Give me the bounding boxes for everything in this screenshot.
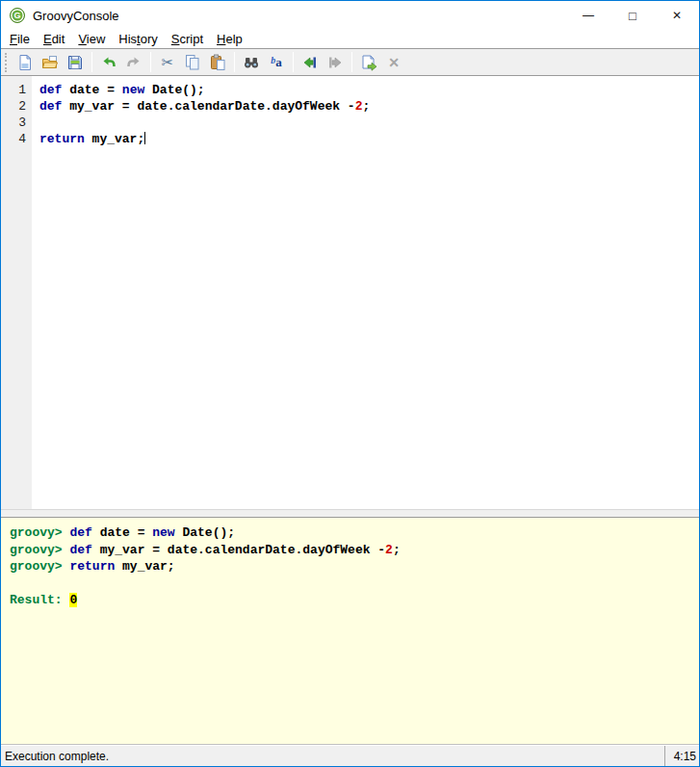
title-bar: G GroovyConsole — □ ✕ xyxy=(1,1,699,30)
window-controls: — □ ✕ xyxy=(566,1,699,30)
history-next-button[interactable] xyxy=(323,50,348,74)
close-button[interactable]: ✕ xyxy=(655,1,699,30)
find-binoculars-icon xyxy=(243,54,260,71)
code-line: return my_var; xyxy=(39,131,695,147)
undo-icon xyxy=(100,54,117,71)
execute-script-icon xyxy=(360,54,378,71)
code-line: def date = new Date(); xyxy=(39,82,695,98)
toolbar: ✂ ba ✕ xyxy=(1,48,699,76)
save-file-button[interactable] xyxy=(63,50,88,74)
toolbar-separator xyxy=(150,52,151,72)
toolbar-grip[interactable] xyxy=(5,53,9,72)
toolbar-separator xyxy=(91,52,92,72)
line-number: 4 xyxy=(1,131,32,147)
undo-button[interactable] xyxy=(96,50,121,74)
caret-position: 4:15 xyxy=(664,746,699,766)
window-title: GroovyConsole xyxy=(33,9,119,23)
editor-gutter: 1234 xyxy=(1,76,32,509)
interrupt-x-icon: ✕ xyxy=(388,56,400,69)
toolbar-separator xyxy=(234,52,235,72)
menu-item-file[interactable]: File xyxy=(3,32,37,46)
output-area[interactable]: groovy> def date = new Date();groovy> de… xyxy=(1,518,699,745)
code-line: def my_var = date.calendarDate.dayOfWeek… xyxy=(39,98,695,115)
interrupt-button[interactable]: ✕ xyxy=(381,50,406,74)
script-editor[interactable]: 1234 def date = new Date();def my_var = … xyxy=(1,76,699,509)
redo-icon xyxy=(125,54,143,71)
menu-item-help[interactable]: Help xyxy=(210,32,249,46)
paste-icon xyxy=(209,54,226,71)
copy-button[interactable] xyxy=(180,50,205,74)
menu-bar: FileEditViewHistoryScriptHelp xyxy=(1,30,699,48)
history-previous-button[interactable] xyxy=(298,50,323,74)
new-file-icon xyxy=(16,54,34,71)
copy-icon xyxy=(184,54,201,71)
history-next-icon xyxy=(326,54,344,71)
split-divider[interactable] xyxy=(1,509,699,518)
menu-item-script[interactable]: Script xyxy=(165,32,210,46)
code-line: groovy> def date = new Date(); xyxy=(10,524,695,542)
redo-button[interactable] xyxy=(121,50,146,74)
find-replace-icon: ba xyxy=(271,56,282,68)
code-line xyxy=(39,115,695,131)
find-button[interactable] xyxy=(239,50,264,74)
open-file-button[interactable] xyxy=(38,50,63,74)
minimize-button[interactable]: — xyxy=(566,1,610,30)
save-file-icon xyxy=(66,54,84,71)
cut-button[interactable]: ✂ xyxy=(155,50,180,74)
toolbar-separator xyxy=(293,52,294,72)
line-number: 1 xyxy=(1,82,32,98)
maximize-button[interactable]: □ xyxy=(610,1,655,30)
code-line xyxy=(10,575,695,593)
paste-button[interactable] xyxy=(205,50,230,74)
execute-script-button[interactable] xyxy=(356,50,381,74)
editor-code[interactable]: def date = new Date();def my_var = date.… xyxy=(32,76,699,509)
line-number: 2 xyxy=(1,98,32,115)
new-file-button[interactable] xyxy=(13,50,38,74)
find-replace-button[interactable]: ba xyxy=(264,50,289,74)
cut-icon: ✂ xyxy=(162,55,174,69)
line-number: 3 xyxy=(1,115,32,131)
toolbar-separator xyxy=(351,52,352,72)
groovy-logo-icon: G xyxy=(10,8,25,23)
code-line: Result: 0 xyxy=(10,592,695,609)
open-file-icon xyxy=(41,54,59,71)
status-message: Execution complete. xyxy=(1,750,664,763)
text-caret xyxy=(144,132,145,144)
history-previous-icon xyxy=(301,54,319,71)
menu-item-view[interactable]: View xyxy=(71,32,112,46)
code-line: groovy> return my_var; xyxy=(10,558,695,575)
menu-item-edit[interactable]: Edit xyxy=(37,32,71,46)
code-line: groovy> def my_var = date.calendarDate.d… xyxy=(10,542,695,559)
status-bar: Execution complete. 4:15 xyxy=(1,745,699,766)
menu-item-history[interactable]: History xyxy=(112,32,164,46)
groovy-console-window: G GroovyConsole — □ ✕ FileEditViewHistor… xyxy=(0,0,700,767)
